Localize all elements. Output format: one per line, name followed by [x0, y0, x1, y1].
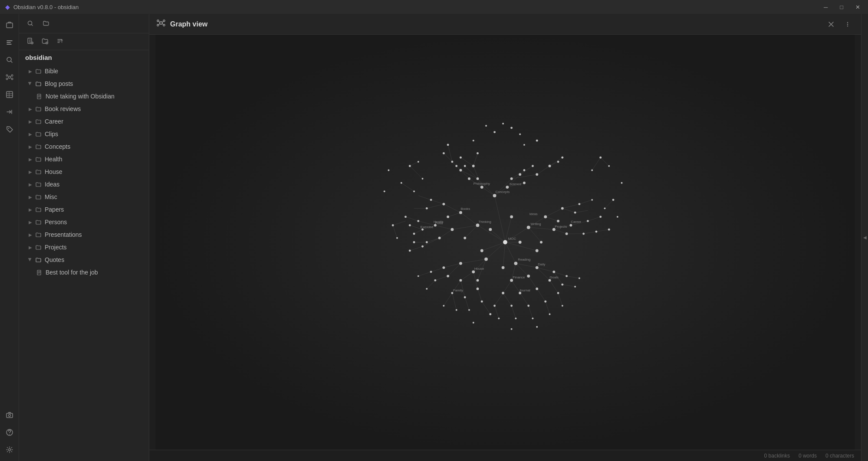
svg-point-168 [477, 279, 479, 281]
svg-point-204 [493, 305, 496, 307]
svg-point-165 [536, 266, 539, 269]
minimize-button[interactable]: ─ [821, 3, 830, 11]
sidebar-item-projects[interactable]: ▶ Projects [21, 241, 147, 253]
app-body: obsidian ▶ Bible ▶ Blog posts Note takin… [0, 14, 868, 461]
svg-point-262 [443, 305, 444, 307]
file-icon [36, 270, 42, 275]
svg-point-155 [480, 249, 483, 252]
right-panel-toggle[interactable]: ◀ [861, 14, 868, 461]
svg-point-158 [451, 228, 454, 231]
svg-point-267 [485, 125, 487, 127]
settings-button[interactable] [2, 442, 17, 458]
close-button[interactable]: ✕ [853, 3, 863, 11]
sidebar-item-ideas[interactable]: ▶ Ideas [21, 178, 147, 190]
sidebar-item-quotes[interactable]: ▶ Quotes [21, 254, 147, 266]
folder-icon [36, 69, 41, 74]
sidebar-item-presentations[interactable]: ▶ Presentations [21, 229, 147, 241]
sidebar-item-house[interactable]: ▶ House [21, 166, 147, 178]
svg-point-167 [459, 262, 462, 265]
svg-point-197 [608, 229, 610, 231]
sidebar-item-bible[interactable]: ▶ Bible [21, 65, 147, 77]
svg-point-254 [489, 313, 491, 315]
folder-icon [36, 157, 41, 162]
graph-canvas[interactable]: MOC Thinking Writing Reading Books Ideas… [149, 35, 861, 450]
node-label: Daily [538, 262, 545, 266]
svg-point-183 [460, 279, 462, 281]
svg-point-265 [493, 131, 496, 133]
sidebar-item-career[interactable]: ▶ Career [21, 115, 147, 128]
node-label: Science [510, 182, 522, 186]
search-button[interactable] [2, 52, 17, 68]
maximize-button[interactable]: □ [837, 3, 846, 11]
svg-point-210 [413, 241, 415, 243]
svg-point-239 [418, 161, 419, 163]
svg-point-21 [157, 20, 159, 22]
sidebar-item-blog-posts[interactable]: ▶ Blog posts [21, 78, 147, 90]
sidebar-item-papers[interactable]: ▶ Papers [21, 203, 147, 216]
svg-point-206 [464, 296, 466, 298]
sidebar-search-button[interactable] [24, 17, 36, 29]
sort-button[interactable] [54, 35, 65, 46]
svg-point-236 [557, 161, 559, 163]
svg-point-274 [384, 190, 385, 192]
tag-pane-button[interactable] [2, 121, 17, 137]
sidebar-item-label: Health [45, 156, 62, 163]
svg-point-198 [566, 275, 568, 277]
folder-open-icon [36, 81, 41, 87]
file-explorer-button[interactable] [2, 35, 17, 50]
svg-point-253 [574, 286, 576, 288]
sidebar-item-persons[interactable]: ▶ Persons [21, 216, 147, 228]
svg-point-217 [506, 186, 509, 189]
svg-point-273 [388, 170, 390, 171]
sidebar-item-best-tool[interactable]: Best tool for the job [21, 266, 147, 278]
settings-icon [6, 446, 13, 454]
graph-view-title: Graph view [170, 20, 207, 28]
svg-point-271 [536, 140, 538, 142]
camera-button[interactable] [2, 407, 17, 423]
tables-button[interactable] [2, 87, 17, 102]
titlebar-controls[interactable]: ─ □ ✕ [821, 3, 863, 11]
new-note-button[interactable] [24, 35, 36, 46]
new-folder-button[interactable] [39, 35, 50, 46]
graph-more-button[interactable] [841, 18, 854, 31]
sidebar-item-note-taking[interactable]: Note taking with Obsidian [21, 90, 147, 102]
backlinks-button[interactable] [2, 104, 17, 120]
svg-point-237 [523, 169, 526, 171]
graph-close-button[interactable] [825, 18, 838, 31]
svg-point-185 [442, 266, 445, 269]
svg-point-13 [8, 449, 10, 451]
right-panel-chevron: ◀ [863, 235, 867, 240]
svg-point-166 [472, 270, 475, 273]
chevron-icon: ▶ [27, 256, 34, 263]
svg-point-260 [468, 309, 470, 311]
open-vault-button[interactable] [2, 17, 17, 33]
svg-point-196 [595, 231, 598, 233]
folder-icon [36, 131, 41, 137]
svg-point-174 [557, 220, 559, 222]
svg-point-149 [514, 262, 518, 265]
sidebar-item-concepts[interactable]: ▶ Concepts [21, 141, 147, 153]
svg-point-148 [527, 226, 530, 229]
sidebar-item-label: Best tool for the job [46, 269, 98, 276]
svg-point-233 [532, 165, 534, 167]
sidebar-item-book-reviews[interactable]: ▶ Book reviews [21, 103, 147, 115]
svg-point-214 [404, 216, 407, 218]
svg-point-258 [549, 314, 551, 315]
file-icon [36, 94, 42, 99]
svg-point-156 [502, 266, 505, 269]
help-button[interactable] [2, 425, 17, 440]
sidebar-item-misc[interactable]: ▶ Misc [21, 191, 147, 203]
new-note-icon [27, 38, 33, 44]
sidebar-item-clips[interactable]: ▶ Clips [21, 128, 147, 140]
svg-point-190 [421, 245, 424, 248]
sidebar-item-health[interactable]: ▶ Health [21, 153, 147, 165]
sidebar-item-label: Bible [45, 68, 58, 75]
vault-icon [6, 21, 13, 29]
node-label: Philosophy [473, 182, 490, 186]
sidebar-item-label: Clips [45, 131, 58, 137]
graph-view-ribbon-button[interactable] [2, 69, 17, 85]
svg-point-231 [443, 152, 445, 154]
sidebar-folder-button[interactable] [40, 17, 52, 29]
svg-point-205 [481, 301, 483, 303]
graph-header-right [825, 18, 854, 31]
